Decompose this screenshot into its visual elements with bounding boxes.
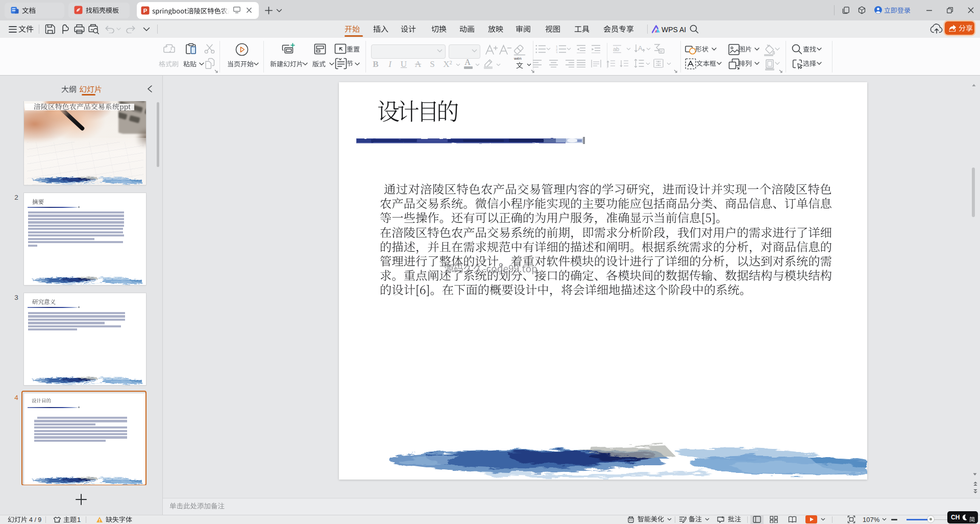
svg-text:ab: ab [613,46,619,52]
svg-text:3: 3 [556,51,558,53]
svg-text:A: A [638,44,643,52]
svg-text:1: 1 [556,45,558,48]
